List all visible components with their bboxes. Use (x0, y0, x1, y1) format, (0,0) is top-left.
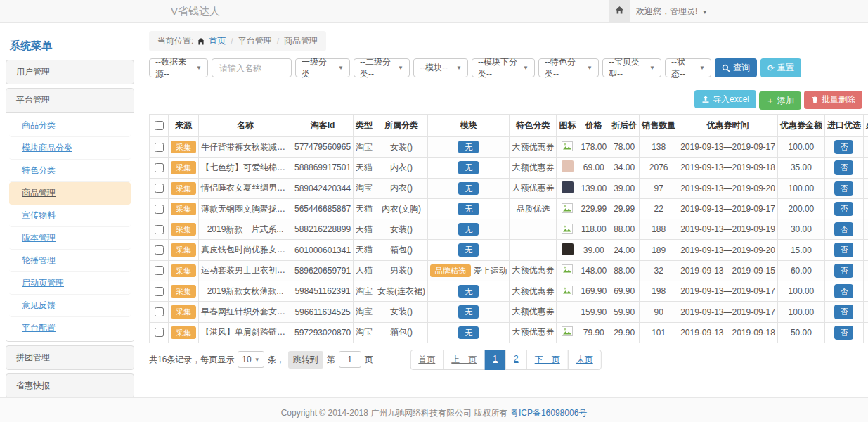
sidebar-item-宣传物料[interactable]: 宣传物料 (9, 205, 131, 227)
cell-sales: 189 (640, 240, 678, 260)
sidebar-submenu: 商品分类模块商品分类特色分类商品管理宣传物料版本管理轮播管理启动页管理意见反馈平… (6, 112, 134, 341)
row-checkbox[interactable] (155, 184, 164, 193)
cell-module: 无 (428, 158, 510, 178)
jump-button[interactable]: 跳转到 (288, 351, 323, 369)
cell-icon (557, 178, 578, 198)
row-checkbox[interactable] (155, 307, 164, 316)
imported-toggle-button[interactable]: 否 (834, 284, 853, 298)
row-checkbox[interactable] (155, 205, 164, 214)
cell-sales: 97 (640, 178, 678, 198)
sidebar-section-平台管理[interactable]: 平台管理 (6, 89, 134, 112)
cell-category: 女装() (375, 302, 428, 322)
cell-must-buy: 否 (863, 137, 868, 158)
cell-module: 无 (428, 302, 510, 322)
main-content: 当前位置: 首页 / 平台管理 / 商品管理 --数据来源--▼一级分类▼--二… (149, 23, 862, 370)
page-number-input[interactable] (339, 351, 361, 368)
module-sub-select[interactable]: --模块下分类--▼ (472, 58, 535, 77)
feature-category-select[interactable]: --特色分类--▼ (538, 58, 599, 77)
cell-discount-price: 24.00 (609, 240, 640, 260)
cell-coupon-amount: 30.00 (777, 219, 824, 240)
search-button[interactable]: 查询 (715, 58, 757, 77)
imported-toggle-button[interactable]: 否 (834, 243, 853, 257)
imported-toggle-button[interactable]: 否 (834, 326, 853, 340)
cell-source: 采集 (169, 281, 199, 302)
cell-sales: 90 (640, 302, 678, 322)
icp-link[interactable]: 粤ICP备16098006号 (510, 408, 587, 418)
column-header-进口优选: 进口优选 (824, 115, 863, 137)
breadcrumb-home-link[interactable]: 首页 (209, 35, 226, 47)
add-button[interactable]: ＋添加 (759, 91, 801, 110)
item-type-select[interactable]: --宝贝类型--▼ (602, 58, 661, 77)
sidebar-item-轮播管理[interactable]: 轮播管理 (9, 250, 131, 272)
data-source-select[interactable]: --数据来源--▼ (149, 58, 208, 77)
row-checkbox[interactable] (155, 225, 164, 234)
sidebar-item-版本管理[interactable]: 版本管理 (9, 227, 131, 250)
select-all-checkbox[interactable] (155, 121, 164, 130)
cell-imported: 否 (824, 260, 863, 281)
imported-toggle-button[interactable]: 否 (834, 264, 853, 278)
sidebar-item-模块商品分类[interactable]: 模块商品分类 (9, 137, 131, 160)
cell-price: 139.00 (578, 178, 609, 198)
page-size-select[interactable]: 10 ▼ (238, 351, 264, 368)
imported-toggle-button[interactable]: 否 (834, 181, 853, 196)
row-checkbox[interactable] (155, 245, 164, 255)
cell-feature: 大额优惠券 (510, 260, 557, 281)
imported-toggle-button[interactable]: 否 (834, 305, 853, 319)
page-link-2[interactable]: 2 (505, 350, 527, 370)
cell-name: 【港风】单肩斜跨链条... (199, 322, 292, 343)
sidebar-item-特色分类[interactable]: 特色分类 (9, 160, 131, 182)
module-badge: 无 (458, 182, 479, 195)
row-checkbox[interactable] (155, 143, 164, 152)
cell-type: 淘宝 (354, 281, 375, 302)
sidebar-section-用户管理[interactable]: 用户管理 (6, 60, 134, 84)
sidebar-section-省惠快报[interactable]: 省惠快报 (6, 374, 134, 397)
import-excel-button[interactable]: 导入excel (694, 90, 756, 108)
imported-toggle-button[interactable]: 否 (834, 140, 853, 154)
cell-source: 采集 (169, 198, 199, 219)
cell-source: 采集 (169, 137, 199, 158)
cell-category: 内衣(文胸) (375, 198, 428, 219)
sidebar-item-启动页管理[interactable]: 启动页管理 (9, 272, 131, 295)
cell-module: 无 (428, 322, 510, 343)
imported-toggle-button[interactable]: 否 (834, 160, 853, 174)
row-checkbox[interactable] (155, 287, 164, 296)
home-button[interactable] (609, 0, 630, 22)
cell-price: 69.00 (578, 158, 609, 178)
page-link-1[interactable]: 1 (484, 350, 506, 370)
cell-imported: 否 (824, 302, 863, 322)
user-menu[interactable]: 欢迎您，管理员! ▼ (636, 0, 708, 24)
page-link-首页[interactable]: 首页 (410, 350, 443, 370)
level2-category-select[interactable]: --二级分类--▼ (354, 58, 410, 77)
sidebar-item-商品分类[interactable]: 商品分类 (9, 115, 131, 137)
page-link-上一页[interactable]: 上一页 (443, 350, 485, 370)
row-checkbox[interactable] (155, 163, 164, 172)
sidebar-item-商品管理[interactable]: 商品管理 (9, 182, 131, 205)
chevron-down-icon: ▼ (649, 65, 655, 71)
sidebar-section-拼团管理[interactable]: 拼团管理 (6, 346, 134, 369)
cell-coupon-amount: 60.00 (777, 260, 824, 281)
page-link-末页[interactable]: 末页 (568, 350, 602, 370)
name-input[interactable] (218, 63, 285, 74)
pagination-row: 共16条记录，每页显示 10 ▼ 条， 跳转到 第 页 首页上一页12下一页末页 (149, 349, 862, 370)
cell-icon (557, 240, 578, 260)
column-header-类型: 类型 (354, 115, 375, 137)
chevron-down-icon: ▼ (702, 9, 708, 15)
cell-icon (557, 322, 578, 343)
reset-button[interactable]: ⟳重置 (760, 58, 801, 77)
level1-category-select[interactable]: 一级分类▼ (295, 58, 350, 77)
cell-price: 159.90 (578, 302, 609, 322)
imported-toggle-button[interactable]: 否 (834, 222, 853, 236)
source-badge: 采集 (171, 264, 196, 277)
imported-toggle-button[interactable]: 否 (834, 202, 853, 216)
module-select[interactable]: --模块--▼ (413, 58, 468, 77)
cell-feature (510, 240, 557, 260)
status-select[interactable]: --状态--▼ (665, 58, 711, 77)
sidebar-item-平台配置[interactable]: 平台配置 (9, 317, 131, 339)
row-checkbox[interactable] (155, 266, 164, 275)
cell-imported: 否 (824, 198, 863, 219)
cell-coupon-amount: 100.00 (777, 281, 824, 302)
sidebar-item-意见反馈[interactable]: 意见反馈 (9, 295, 131, 317)
bulk-delete-button[interactable]: 批量删除 (804, 91, 862, 109)
page-link-下一页[interactable]: 下一页 (526, 350, 569, 370)
row-checkbox[interactable] (155, 328, 164, 337)
